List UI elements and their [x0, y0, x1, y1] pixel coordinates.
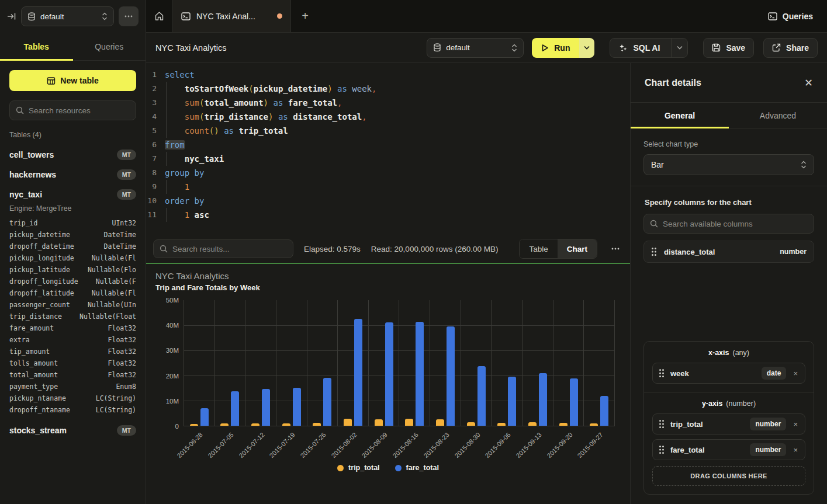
bar-trip_total	[559, 423, 568, 426]
y-tick-label: 10M	[166, 398, 179, 405]
column-type: Nullable(Float	[79, 311, 136, 322]
run-button[interactable]: Run	[532, 38, 579, 58]
code-line: 1select	[146, 68, 630, 82]
column-type: Float32	[108, 334, 136, 346]
sql-ai-button[interactable]: SQL AI	[610, 38, 688, 58]
toolbar-database-select[interactable]: default	[427, 38, 524, 58]
column-name: payment_type	[9, 381, 58, 392]
bar-fare_total	[477, 366, 486, 426]
share-button[interactable]: Share	[763, 38, 818, 58]
legend-item-fare_total[interactable]: fare_total	[395, 464, 439, 472]
run-options-button[interactable]	[579, 38, 594, 58]
sidebar-search-input[interactable]	[29, 106, 130, 115]
drag-handle-icon[interactable]	[659, 445, 665, 454]
unsaved-changes-dot	[277, 13, 282, 19]
chart-category	[523, 300, 553, 426]
sidebar-more-button[interactable]	[119, 6, 139, 26]
close-icon[interactable]: ✕	[804, 78, 813, 88]
table-row-cell_towers[interactable]: cell_towersMT	[9, 145, 136, 165]
home-button[interactable]	[146, 0, 173, 32]
toggle-table-view[interactable]: Table	[520, 239, 557, 258]
legend-item-trip_total[interactable]: trip_total	[337, 464, 379, 472]
column-type: Float32	[108, 346, 136, 357]
query-title: NYC Taxi Analytics	[155, 43, 421, 53]
drag-handle-icon[interactable]	[651, 247, 657, 256]
table-row-stocks_stream[interactable]: stocks_streamMT	[9, 420, 136, 440]
line-number: 9	[146, 180, 164, 194]
results-search-input[interactable]	[172, 245, 287, 253]
sidebar-database-select[interactable]: default	[21, 6, 114, 26]
bar-fare_total	[600, 396, 608, 426]
toggle-chart-view[interactable]: Chart	[558, 239, 597, 258]
table-icon	[47, 77, 56, 85]
column-type: DateTime	[104, 229, 136, 241]
queries-button-label: Queries	[783, 12, 813, 21]
column-type: Nullable(UIn	[88, 299, 136, 311]
column-name: trip_id	[9, 217, 37, 229]
table-engine-label: Engine: MergeTree	[9, 204, 136, 213]
bar-fare_total	[447, 326, 455, 426]
query-tab-nyc-taxi[interactable]: NYC Taxi Anal...	[173, 0, 291, 32]
sql-editor[interactable]: 1select2 toStartOfWeek(pickup_datetime) …	[146, 63, 630, 235]
chevron-updown-icon	[511, 44, 517, 52]
x-tick: 2015-09-27	[584, 426, 615, 463]
collapse-sidebar-icon[interactable]	[7, 12, 16, 21]
column-name: pickup_ntaname	[9, 392, 66, 404]
remove-column-icon[interactable]: ×	[792, 369, 799, 378]
axis-column-week[interactable]: weekdate×	[652, 363, 805, 384]
tab-tables[interactable]: Tables	[0, 33, 73, 60]
sparkles-icon	[618, 43, 628, 53]
drag-handle-icon[interactable]	[659, 419, 665, 429]
search-icon	[16, 106, 24, 114]
bar-fare_total	[200, 408, 209, 426]
code-line: 6from	[146, 138, 630, 152]
x-axis-section: x-axis(any) weekdate×	[644, 342, 814, 392]
column-row: trip_distanceNullable(Float	[9, 311, 136, 322]
results-search	[153, 239, 293, 258]
remove-column-icon[interactable]: ×	[792, 446, 799, 454]
y-tick-label: 50M	[166, 297, 179, 304]
table-row-hackernews[interactable]: hackernewsMT	[9, 165, 136, 185]
column-row: pickup_latitudeNullable(Flo	[9, 264, 136, 276]
line-number: 7	[146, 152, 164, 166]
available-column-distance_total[interactable]: distance_totalnumber	[643, 241, 814, 263]
code-line: 2 toStartOfWeek(pickup_datetime) as week…	[146, 82, 630, 96]
table-columns-list: trip_idUInt32pickup_datetimeDateTimedrop…	[9, 217, 136, 416]
drop-zone[interactable]: DRAG COLUMNS HERE	[652, 466, 805, 486]
table-name: cell_towers	[9, 150, 54, 159]
tables-list: cell_towersMThackernewsMTnyc_taxiMTEngin…	[9, 145, 136, 440]
bar-fare_total	[508, 377, 516, 426]
columns-search-input[interactable]	[663, 220, 808, 228]
sql-ai-label: SQL AI	[633, 43, 660, 53]
new-tab-button[interactable]: +	[291, 0, 319, 32]
drag-handle-icon[interactable]	[659, 369, 665, 378]
axis-column-trip_total[interactable]: trip_totalnumber×	[652, 413, 805, 435]
axis-column-fare_total[interactable]: fare_totalnumber×	[652, 439, 805, 460]
rows-read-stats: Read: 20,000,000 rows (260.00 MB)	[371, 245, 499, 253]
chart-details-body: Select chart type Bar Specify columns fo…	[631, 128, 827, 504]
bar-fare_total	[570, 378, 578, 426]
x-tick-label: 2015-06-28	[176, 431, 204, 459]
new-table-button[interactable]: New table	[9, 70, 136, 91]
tab-advanced[interactable]: Advanced	[729, 103, 827, 128]
specify-columns-label: Specify columns for the chart	[645, 198, 814, 207]
tab-queries[interactable]: Queries	[73, 33, 146, 60]
engine-badge: MT	[117, 189, 136, 200]
column-name: passenger_count	[9, 299, 70, 311]
chart-type-select[interactable]: Bar	[643, 154, 814, 175]
remove-column-icon[interactable]: ×	[792, 420, 799, 429]
save-button[interactable]: Save	[703, 38, 754, 58]
results-more-button[interactable]	[608, 248, 623, 250]
legend-dot	[337, 465, 344, 471]
table-row-nyc_taxi[interactable]: nyc_taxiMT	[9, 185, 136, 204]
chart-title: NYC Taxi Analytics	[155, 271, 621, 281]
tab-general[interactable]: General	[631, 103, 729, 128]
database-icon	[433, 43, 441, 52]
bar-trip_total	[405, 419, 413, 426]
bar-trip_total	[190, 424, 198, 426]
queries-button[interactable]: Queries	[754, 0, 827, 32]
engine-badge: MT	[117, 150, 136, 160]
available-columns-list: distance_totalnumber	[643, 241, 814, 263]
code-text: nyc_taxi	[164, 152, 224, 166]
sql-ai-options-button[interactable]	[671, 39, 687, 57]
